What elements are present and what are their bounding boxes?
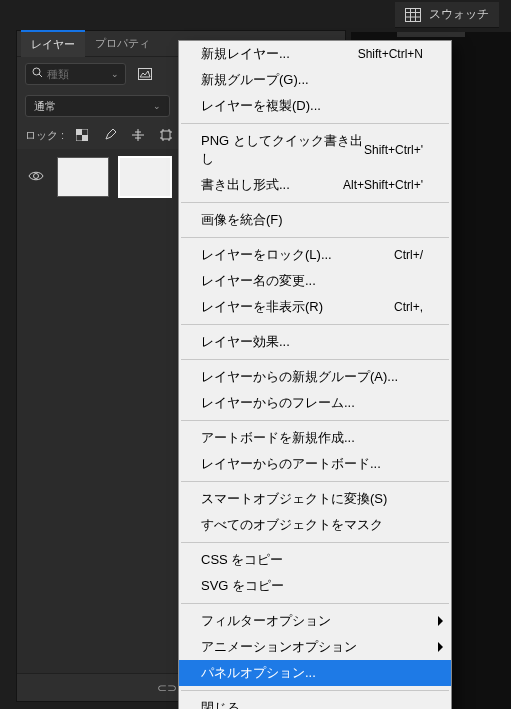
filter-pixel-icon[interactable] — [134, 63, 156, 85]
panel-context-menu: 新規レイヤー...Shift+Ctrl+N 新規グループ(G)... レイヤーを… — [178, 40, 452, 709]
filter-icons — [134, 63, 156, 85]
menu-copy-svg[interactable]: SVG をコピー — [179, 573, 451, 599]
lock-artboard-icon[interactable] — [158, 127, 174, 143]
swatch-panel-tab[interactable]: スウォッチ — [395, 2, 499, 28]
menu-separator — [181, 542, 449, 543]
tab-layers[interactable]: レイヤー — [21, 30, 85, 57]
blend-mode-select[interactable]: 通常 ⌄ — [25, 95, 170, 117]
menu-flatten-image[interactable]: 画像を統合(F) — [179, 207, 451, 233]
blend-mode-value: 通常 — [34, 99, 56, 114]
menu-separator — [181, 359, 449, 360]
menu-export-as[interactable]: 書き出し形式...Alt+Shift+Ctrl+' — [179, 172, 451, 198]
menu-separator — [181, 324, 449, 325]
menu-separator — [181, 690, 449, 691]
svg-rect-11 — [162, 131, 170, 139]
menu-layer-effects[interactable]: レイヤー効果... — [179, 329, 451, 355]
menu-close[interactable]: 閉じる — [179, 695, 451, 709]
menu-new-layer[interactable]: 新規レイヤー...Shift+Ctrl+N — [179, 41, 451, 67]
menu-separator — [181, 237, 449, 238]
menu-copy-css[interactable]: CSS をコピー — [179, 547, 451, 573]
menu-duplicate-layer[interactable]: レイヤーを複製(D)... — [179, 93, 451, 119]
chevron-down-icon: ⌄ — [111, 69, 119, 79]
menu-rename-layer[interactable]: レイヤー名の変更... — [179, 268, 451, 294]
menu-panel-options[interactable]: パネルオプション... — [179, 660, 451, 686]
menu-animation-options[interactable]: アニメーションオプション — [179, 634, 451, 660]
menu-group-from-layers[interactable]: レイヤーからの新規グループ(A)... — [179, 364, 451, 390]
menu-mask-all-objects[interactable]: すべてのオブジェクトをマスク — [179, 512, 451, 538]
filter-type-select[interactable]: ⌄ — [25, 63, 126, 85]
lock-paint-icon[interactable] — [102, 127, 118, 143]
menu-filter-options[interactable]: フィルターオプション — [179, 608, 451, 634]
visibility-toggle[interactable] — [25, 169, 47, 185]
svg-rect-0 — [406, 8, 421, 21]
search-icon — [32, 67, 43, 81]
menu-lock-layer[interactable]: レイヤーをロック(L)...Ctrl+/ — [179, 242, 451, 268]
layer-thumbnail[interactable] — [119, 157, 171, 197]
menu-frame-from-layers[interactable]: レイヤーからのフレーム... — [179, 390, 451, 416]
menu-png-quick-export[interactable]: PNG としてクイック書き出しShift+Ctrl+' — [179, 128, 451, 172]
menu-separator — [181, 123, 449, 124]
link-layers-icon[interactable]: ⊂⊃ — [157, 681, 177, 695]
lock-position-icon[interactable] — [130, 127, 146, 143]
svg-rect-10 — [82, 135, 88, 141]
menu-separator — [181, 481, 449, 482]
swatch-panel-label: スウォッチ — [429, 6, 489, 23]
svg-rect-7 — [139, 69, 152, 80]
lock-transparency-icon[interactable] — [74, 127, 90, 143]
filter-input[interactable] — [47, 68, 107, 80]
svg-rect-9 — [76, 129, 82, 135]
swatch-grid-icon — [405, 8, 421, 22]
svg-point-5 — [33, 68, 40, 75]
menu-hide-layer[interactable]: レイヤーを非表示(R)Ctrl+, — [179, 294, 451, 320]
tab-properties[interactable]: プロパティ — [85, 31, 160, 56]
menu-new-group[interactable]: 新規グループ(G)... — [179, 67, 451, 93]
menu-convert-smart-object[interactable]: スマートオブジェクトに変換(S) — [179, 486, 451, 512]
menu-separator — [181, 420, 449, 421]
menu-separator — [181, 202, 449, 203]
layer-thumbnail[interactable] — [57, 157, 109, 197]
svg-line-6 — [39, 74, 42, 77]
svg-point-13 — [34, 174, 39, 179]
lock-label: ロック : — [25, 128, 64, 143]
chevron-down-icon: ⌄ — [153, 101, 161, 111]
menu-new-artboard[interactable]: アートボードを新規作成... — [179, 425, 451, 451]
menu-artboard-from-layers[interactable]: レイヤーからのアートボード... — [179, 451, 451, 477]
menu-separator — [181, 603, 449, 604]
